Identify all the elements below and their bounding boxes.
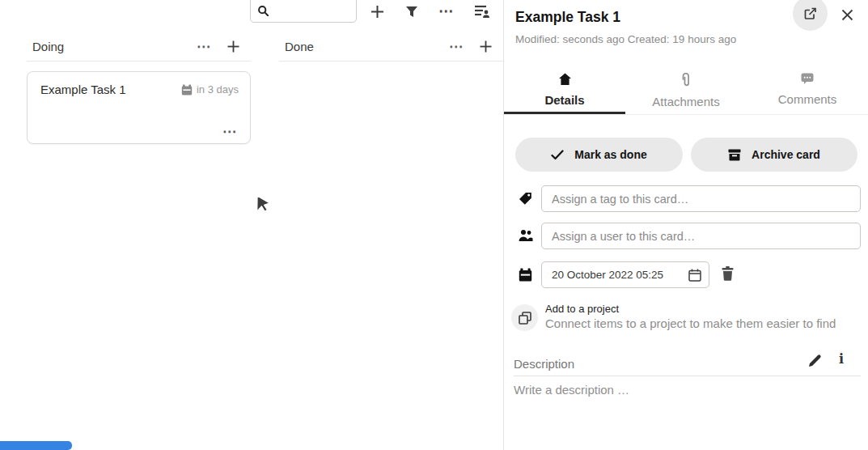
description-label: Description	[514, 357, 574, 371]
mark-as-done-button[interactable]: Mark as done	[515, 138, 683, 172]
column-add-card-button[interactable]	[219, 40, 248, 53]
due-date-field[interactable]	[541, 261, 709, 288]
ellipsis-icon: ⋯	[197, 40, 211, 53]
tag-icon	[519, 192, 532, 206]
description-info-button[interactable]: i	[839, 351, 844, 367]
archive-card-label: Archive card	[752, 148, 820, 161]
card-title: Example Task 1	[40, 83, 181, 96]
plus-icon	[227, 40, 239, 53]
projects-icon	[519, 312, 531, 325]
column-header: Doing ⋯	[27, 34, 251, 58]
tab-comments[interactable]: Comments	[747, 68, 868, 114]
board-column-doing: Doing ⋯ Example Task 1	[27, 34, 251, 144]
card-due-label: in 3 days	[197, 83, 239, 96]
comment-icon	[801, 73, 814, 85]
tab-attachments[interactable]: Attachments	[625, 68, 747, 114]
app-window: ⋯ Doing ⋯ Example Ta	[0, 0, 868, 450]
trash-icon	[721, 266, 735, 281]
remove-due-date-button[interactable]	[721, 266, 735, 283]
tab-label: Attachments	[652, 95, 719, 108]
calendar-icon	[181, 84, 193, 96]
mouse-cursor	[254, 195, 272, 218]
search-input[interactable]	[269, 2, 345, 22]
ellipsis-icon: ⋯	[222, 124, 237, 139]
description-placeholder[interactable]: Write a description …	[514, 383, 629, 397]
add-card-button[interactable]	[368, 2, 386, 21]
assigned-view-button[interactable]	[472, 2, 492, 21]
tab-label: Details	[544, 93, 584, 107]
search-icon	[258, 6, 269, 16]
archive-card-button[interactable]: Archive card	[691, 138, 857, 172]
archive-icon	[728, 149, 741, 161]
project-subtitle: Connect items to a project to make them …	[545, 316, 836, 330]
card-actions: Mark as done Archive card	[515, 138, 857, 172]
horizontal-scrollbar[interactable]	[0, 441, 72, 450]
column-add-card-button[interactable]	[472, 40, 500, 53]
info-icon: i	[839, 351, 844, 367]
close-icon	[841, 9, 853, 21]
due-date-input[interactable]	[542, 269, 688, 281]
description-divider	[514, 376, 861, 376]
calendar-icon	[688, 269, 701, 282]
home-icon	[558, 73, 572, 86]
check-icon	[551, 150, 564, 160]
assign-user-input[interactable]	[541, 223, 861, 249]
tab-label: Comments	[778, 92, 837, 106]
ellipsis-icon: ⋯	[449, 40, 464, 53]
ellipsis-icon: ⋯	[438, 3, 455, 19]
close-panel-button[interactable]	[837, 6, 857, 23]
add-to-project-row[interactable]: Add to a project Connect items to a proj…	[511, 303, 836, 331]
column-title: Doing	[32, 40, 188, 53]
board-menu-button[interactable]: ⋯	[437, 0, 456, 21]
filter-button[interactable]	[404, 3, 420, 19]
board-column-done: Done ⋯	[279, 34, 503, 62]
pencil-icon	[808, 354, 822, 367]
assign-tag-input[interactable]	[541, 185, 861, 212]
panel-meta: Modified: seconds ago Created: 19 hours …	[515, 33, 736, 45]
column-title: Done	[285, 40, 441, 53]
edit-description-button[interactable]	[808, 354, 822, 370]
mark-as-done-label: Mark as done	[574, 148, 646, 161]
project-texts: Add to a project Connect items to a proj…	[545, 303, 836, 331]
external-link-icon	[804, 7, 817, 20]
funnel-icon	[405, 6, 418, 18]
list-user-icon	[474, 4, 490, 19]
column-divider	[27, 61, 251, 62]
column-menu-button[interactable]: ⋯	[441, 40, 472, 53]
open-calendar-button[interactable]	[688, 269, 709, 282]
panel-title: Example Task 1	[515, 9, 620, 26]
plus-icon	[480, 40, 492, 53]
open-in-window-button[interactable]	[793, 0, 828, 31]
column-menu-button[interactable]: ⋯	[188, 40, 219, 53]
users-icon	[519, 229, 533, 242]
column-divider	[279, 61, 503, 62]
panel-tabbar: Details Attachments Comments	[504, 68, 868, 115]
calendar-icon	[519, 268, 532, 282]
card-due-badge: in 3 days	[181, 83, 239, 96]
column-header: Done ⋯	[279, 34, 503, 58]
task-card[interactable]: Example Task 1 in 3 days ⋯	[27, 71, 251, 144]
search-input-container[interactable]	[250, 0, 357, 23]
project-icon-circle	[511, 304, 538, 331]
tab-details[interactable]: Details	[504, 68, 625, 114]
paperclip-icon	[681, 73, 691, 87]
card-menu-button[interactable]: ⋯	[222, 123, 237, 140]
card-detail-panel: Example Task 1 Modified: seconds ago Cre…	[504, 0, 868, 450]
plus-icon	[370, 5, 384, 19]
project-title: Add to a project	[545, 303, 836, 315]
